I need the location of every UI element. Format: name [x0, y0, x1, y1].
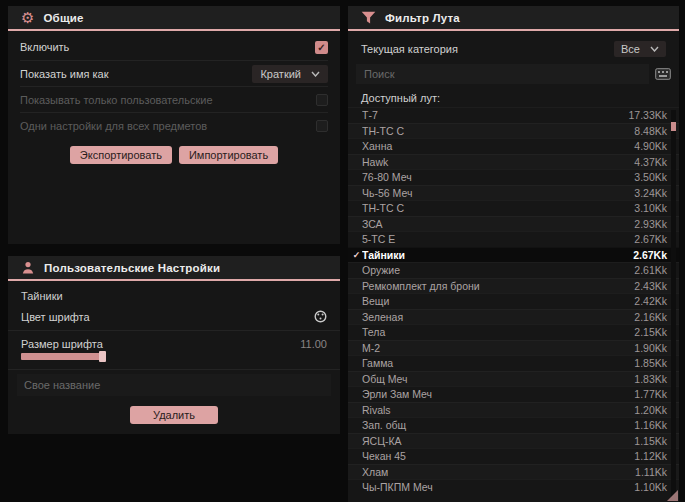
show-name-as-label: Показать имя как [20, 68, 109, 80]
general-buttons-row: Экспортировать Импортировать [20, 138, 328, 164]
loot-list-scrollbar[interactable] [671, 110, 676, 499]
loot-item-row[interactable]: Зап. общ 1.16Kk [348, 417, 679, 433]
loot-item-row[interactable]: ТН-ТС С 8.48Kk [348, 123, 679, 139]
loot-item-value: 3.10Kk [634, 202, 667, 214]
show-only-custom-row: Показывать только пользовательские [20, 86, 328, 112]
same-settings-label: Одни настройки для всех предметов [20, 120, 207, 132]
loot-item-value: 2.15Kk [634, 326, 667, 338]
user-settings-header: Пользовательские Настройки [8, 256, 340, 281]
loot-item-row[interactable]: Rivals 1.20Kk [348, 402, 679, 418]
loot-item-row[interactable]: Чы-ПКПМ Меч 1.10Kk [348, 479, 679, 495]
selected-item-name: Тайники [8, 283, 340, 305]
scrollbar-thumb[interactable] [671, 122, 676, 131]
loot-item-name: Вещи [362, 295, 634, 307]
loot-item-value: 1.15Kk [634, 435, 667, 447]
loot-item-value: 1.83Kk [634, 373, 667, 385]
export-button[interactable]: Экспортировать [70, 146, 172, 164]
loot-item-name: Ремкомплект для брони [362, 280, 634, 292]
general-panel: ⚙ Общие Включить ✓ Показать имя как Крат… [8, 6, 340, 244]
enable-checkbox[interactable]: ✓ [315, 41, 328, 54]
loot-item-name: Тела [362, 326, 634, 338]
current-category-label: Текущая категория [361, 43, 458, 55]
font-size-value: 11.00 [300, 338, 327, 350]
loot-item-value: 2.67Kk [633, 249, 667, 261]
font-color-row[interactable]: Цвет шрифта [8, 305, 340, 328]
import-button[interactable]: Импортировать [179, 146, 278, 164]
loot-item-name: Т-7 [362, 109, 628, 121]
loot-item-value: 1.12Kk [634, 450, 667, 462]
loot-item-row[interactable]: 76-80 Меч 3.50Kk [348, 169, 679, 185]
loot-item-value: 1.77Kk [634, 388, 667, 400]
loot-item-row[interactable]: ЗСА 2.93Kk [348, 216, 679, 232]
loot-item-row[interactable]: Чь-56 Меч 3.24Kk [348, 185, 679, 201]
loot-item-row[interactable]: М-2 1.90Kk [348, 340, 679, 356]
loot-item-row[interactable]: ТН-ТС С 3.10Kk [348, 200, 679, 216]
loot-item-row[interactable]: Т-7 17.33Kk [348, 107, 679, 123]
loot-item-row[interactable]: ЯСЦ-КА 1.15Kk [348, 433, 679, 449]
loot-item-row[interactable]: Hawk 4.37Kk [348, 154, 679, 170]
delete-button[interactable]: Удалить [130, 406, 218, 424]
loot-item-value: 1.90Kk [634, 342, 667, 354]
loot-item-name: Зеленая [362, 311, 634, 323]
loot-item-row[interactable]: Ремкомплект для брони 2.43Kk [348, 278, 679, 294]
loot-item-row[interactable]: Гамма 1.85Kk [348, 355, 679, 371]
loot-item-name: Тайники [362, 249, 633, 261]
loot-item-row[interactable]: ✓ Тайники 2.67Kk [348, 247, 679, 263]
loot-item-row[interactable]: 5-ТС Е 2.67Kk [348, 231, 679, 247]
search-input[interactable] [356, 64, 649, 84]
category-combo[interactable]: Все [614, 41, 666, 57]
loot-item-row[interactable]: Эрли Зам Меч 1.77Kk [348, 386, 679, 402]
loot-item-row[interactable]: Зеленая 2.16Kk [348, 309, 679, 325]
loot-item-name: ЯСЦ-КА [362, 435, 634, 447]
loot-item-value: 1.11Kk [635, 466, 667, 478]
loot-item-name: Ханна [362, 140, 634, 152]
custom-name-input[interactable] [17, 374, 331, 396]
loot-item-value: 1.10Kk [634, 481, 667, 493]
current-category-row: Текущая категория Все [361, 38, 666, 59]
font-size-slider-wrap [8, 352, 340, 367]
loot-item-name: ЗСА [362, 218, 634, 230]
loot-item-value: 8.48Kk [634, 125, 667, 137]
loot-filter-header: Фильтр Лута [348, 6, 679, 31]
loot-item-value: 2.16Kk [634, 311, 667, 323]
font-size-row: Размер шрифта 11.00 [8, 333, 340, 352]
loot-item-name: Хлам [362, 466, 635, 478]
palette-icon[interactable] [314, 310, 327, 323]
chevron-down-icon [650, 46, 659, 52]
user-settings-title: Пользовательские Настройки [44, 262, 220, 274]
loot-item-value: 4.37Kk [634, 156, 667, 168]
keyboard-icon[interactable] [655, 68, 671, 80]
loot-item-value: 3.50Kk [634, 171, 667, 183]
loot-item-value: 4.90Kk [634, 140, 667, 152]
font-size-slider[interactable] [21, 353, 106, 360]
resize-grip-icon[interactable] [667, 490, 678, 501]
loot-item-value: 2.67Kk [634, 233, 667, 245]
loot-item-row[interactable]: Оружие 2.61Kk [348, 262, 679, 278]
divider [8, 330, 340, 331]
loot-item-row[interactable]: Чекан 45 1.12Kk [348, 448, 679, 464]
loot-item-row[interactable]: Вещи 2.42Kk [348, 293, 679, 309]
user-settings-panel: Пользовательские Настройки Тайники Цвет … [8, 256, 340, 434]
loot-list: Т-7 17.33Kk ТН-ТС С 8.48Kk Ханна 4.90Kk … [348, 107, 679, 495]
loot-item-value: 2.93Kk [634, 218, 667, 230]
loot-item-value: 2.43Kk [634, 280, 667, 292]
loot-filter-title: Фильтр Лута [385, 12, 460, 24]
show-name-as-combo[interactable]: Краткий [252, 65, 328, 83]
enable-label: Включить [20, 41, 69, 53]
loot-item-value: 1.85Kk [634, 357, 667, 369]
show-name-as-value: Краткий [260, 68, 301, 80]
loot-item-value: 17.33Kk [628, 109, 667, 121]
loot-item-name: Гамма [362, 357, 634, 369]
category-combo-value: Все [621, 43, 640, 55]
show-only-custom-checkbox [316, 94, 328, 106]
loot-item-row[interactable]: Общ Меч 1.83Kk [348, 371, 679, 387]
loot-item-value: 1.20Kk [634, 404, 667, 416]
loot-item-row[interactable]: Тела 2.15Kk [348, 324, 679, 340]
loot-item-row[interactable]: Ханна 4.90Kk [348, 138, 679, 154]
loot-item-row[interactable]: Хлам 1.11Kk [348, 464, 679, 480]
loot-item-name: 5-ТС Е [362, 233, 634, 245]
loot-item-value: 2.42Kk [634, 295, 667, 307]
slider-handle[interactable] [99, 351, 106, 362]
font-color-label: Цвет шрифта [21, 311, 90, 323]
delete-row: Удалить [8, 398, 340, 424]
